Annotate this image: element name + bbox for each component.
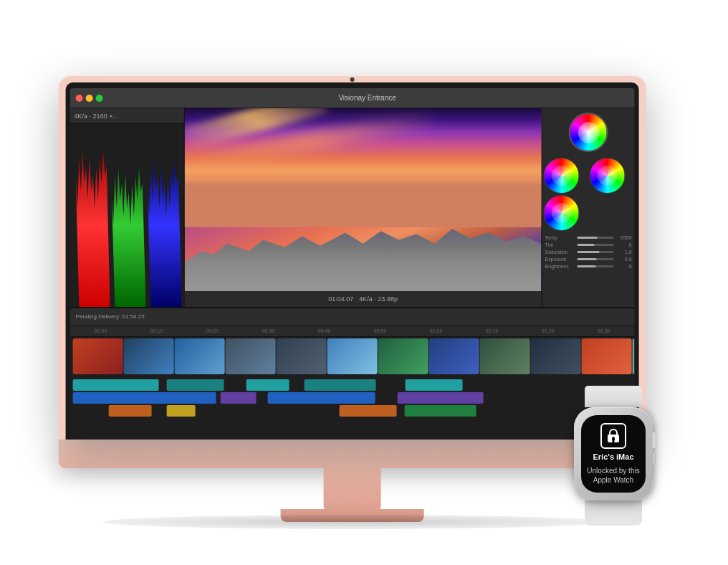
- clip-3d[interactable]: [405, 405, 476, 417]
- saturation-track[interactable]: [578, 251, 614, 253]
- color-wheel-inner: [578, 122, 599, 143]
- ruler-mark-9: 01:30: [576, 328, 632, 333]
- clip-track-1: [73, 379, 632, 391]
- brightness-fill: [578, 265, 596, 267]
- clip-1e[interactable]: [406, 379, 463, 391]
- color-wheel-area: [542, 108, 635, 156]
- highlights-wheel[interactable]: [544, 195, 580, 231]
- fcp-timeline: Pending Delivery: 01:54:25 00:00 00:10 0…: [70, 307, 635, 440]
- imac-display: Visionay Entrance 4K/a · 2160 ×...: [70, 88, 635, 440]
- camera-dot: [350, 77, 355, 82]
- timeline-content: 00:00 00:10 00:20 00:30 00:40 00:50 01:0…: [70, 326, 635, 440]
- shadows-wheel[interactable]: [544, 158, 580, 194]
- thumb-9: [480, 338, 530, 374]
- timecode-display: 01:04:07: [328, 295, 353, 303]
- lock-keyhole: [612, 437, 615, 440]
- thumb-6: [327, 338, 378, 374]
- viewer-image: [185, 108, 542, 291]
- fcp-right-panel: Temp 6500 Tint: [542, 108, 635, 307]
- tint-label: Tint: [545, 242, 578, 247]
- thumbnail-strip: [73, 337, 635, 376]
- maximize-button[interactable]: [96, 95, 103, 102]
- thumb-1: [73, 338, 123, 374]
- clip-2d[interactable]: [398, 392, 484, 404]
- waveform-green: [112, 143, 146, 308]
- ruler-mark-3: 00:30: [241, 328, 297, 333]
- thumb-7: [378, 338, 428, 374]
- brightness-value: 0: [614, 264, 632, 269]
- temperature-fill: [578, 237, 598, 239]
- ruler-mark-5: 00:50: [353, 328, 408, 333]
- brightness-label: Brightness: [545, 264, 578, 269]
- clip-3c[interactable]: [340, 405, 397, 417]
- temperature-label: Temp: [545, 235, 578, 240]
- timeline-toolbar: Pending Delivery: 01:54:25: [70, 308, 635, 326]
- temperature-row: Temp 6500: [545, 235, 632, 240]
- watch-crown: [652, 432, 656, 448]
- saturation-value: 1.0: [614, 250, 632, 255]
- clip-1c[interactable]: [246, 379, 289, 391]
- watch-band-top: [585, 386, 642, 407]
- clip-2a[interactable]: [73, 392, 216, 404]
- close-button[interactable]: [76, 95, 83, 102]
- clip-1d[interactable]: [305, 379, 376, 391]
- temperature-track[interactable]: [578, 237, 614, 239]
- fcp-ui: Visionay Entrance 4K/a · 2160 ×...: [70, 88, 635, 440]
- timeline-tracks[interactable]: [70, 337, 635, 440]
- saturation-label: Saturation: [545, 250, 578, 255]
- shadows-wheel-inner: [552, 166, 572, 186]
- clip-1b[interactable]: [167, 379, 224, 391]
- waveform-red: [76, 143, 110, 308]
- clip-3b[interactable]: [167, 405, 196, 417]
- exposure-row: Exposure 0.0: [545, 257, 632, 262]
- waveform-canvas: [70, 124, 184, 307]
- clip-2c[interactable]: [268, 392, 375, 404]
- watch-case: Eric's iMac Unlocked by this Apple Watch: [574, 407, 653, 500]
- clip-2b[interactable]: [221, 392, 257, 404]
- imac-screen-bezel: Visionay Entrance 4K/a · 2160 ×...: [66, 82, 639, 440]
- thumb-2: [124, 338, 174, 374]
- watch-unlock-line2: Apple Watch: [593, 476, 633, 484]
- ruler-mark-0: 00:00: [73, 328, 129, 333]
- thumb-8: [429, 338, 479, 374]
- lock-shackle: [609, 429, 618, 435]
- highlights-wheel-inner: [552, 203, 572, 223]
- tint-track[interactable]: [578, 244, 614, 246]
- floor-shadow: [103, 515, 605, 529]
- watch-screen: Eric's iMac Unlocked by this Apple Watch: [581, 415, 646, 493]
- color-sliders: Temp 6500 Tint: [542, 232, 635, 307]
- viewer-area: [185, 108, 542, 291]
- midtones-wheel-inner: [597, 166, 617, 186]
- watch-side-button: [652, 454, 656, 464]
- brightness-track[interactable]: [578, 265, 614, 267]
- fcp-left-panel: 4K/a · 2160 ×...: [70, 108, 185, 307]
- imac-screen-outer: Visionay Entrance 4K/a · 2160 ×...: [59, 75, 646, 440]
- viewer-controls: 01:04:07 4K/a · 23.98p: [185, 291, 542, 307]
- temperature-value: 6500: [614, 235, 632, 240]
- clip-3a[interactable]: [109, 405, 152, 417]
- thumb-10: [531, 338, 581, 374]
- clip-track-3: [73, 405, 632, 417]
- exposure-track[interactable]: [578, 258, 614, 260]
- main-color-wheel[interactable]: [569, 113, 608, 152]
- ruler-mark-1: 00:10: [129, 328, 185, 333]
- scene: Visionay Entrance 4K/a · 2160 ×...: [0, 0, 728, 565]
- watch-device-name: Eric's iMac: [593, 452, 633, 462]
- midtones-wheel[interactable]: [589, 158, 625, 194]
- exposure-fill: [578, 258, 597, 260]
- rocks-layer: [185, 218, 542, 291]
- imac-stand-neck: [324, 467, 381, 510]
- clip-tracks: [70, 378, 635, 418]
- minimize-button[interactable]: [86, 95, 93, 102]
- ruler-mark-4: 00:40: [297, 328, 353, 333]
- saturation-row: Saturation 1.0: [545, 250, 632, 255]
- clip-1a[interactable]: [73, 379, 159, 391]
- thumb-11: [582, 338, 632, 374]
- apple-watch: Eric's iMac Unlocked by this Apple Watch: [556, 386, 671, 529]
- thumb-5: [277, 338, 327, 374]
- waveform-blue: [148, 143, 182, 308]
- resolution-display: 4K/a · 23.98p: [359, 295, 398, 303]
- fcp-center: 01:04:07 4K/a · 23.98p: [185, 108, 542, 307]
- lock-icon: [606, 429, 621, 443]
- left-panel-toolbar: 4K/a · 2160 ×...: [70, 108, 184, 124]
